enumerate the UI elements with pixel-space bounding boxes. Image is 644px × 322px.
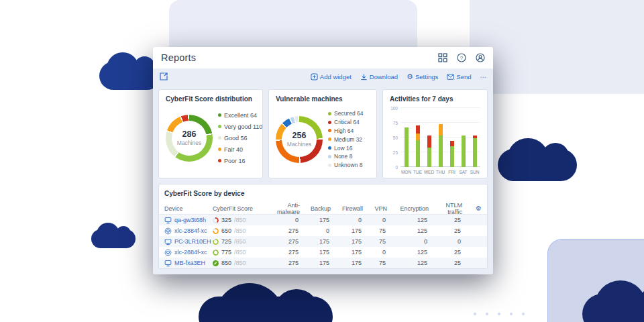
legend-label: None 8 <box>334 153 352 160</box>
y-tick-label: 75 <box>393 121 398 125</box>
device-link[interactable]: PC-3LR10EH <box>174 238 211 245</box>
settings-button[interactable]: ⚙ Settings <box>407 73 438 80</box>
stacked-bar[interactable] <box>462 108 466 167</box>
device-link[interactable]: xlc-2884f-xc <box>174 227 207 234</box>
panel-header: Reports ? <box>153 47 493 69</box>
stacked-bar[interactable] <box>439 108 443 167</box>
table-settings-icon[interactable]: ⚙ <box>476 205 482 212</box>
column-header[interactable]: VPN <box>370 205 394 212</box>
legend-item: Poor 16 <box>218 158 262 164</box>
metric-value: 75 <box>370 227 394 234</box>
donut-center-label: Machines <box>177 140 201 146</box>
metric-value: 125 <box>394 217 435 223</box>
add-widget-label: Add widget <box>320 73 352 80</box>
toolbar: Add widget Download ⚙ Settings Send ⋯ <box>153 69 493 84</box>
device-link[interactable]: MB-fxa3EH <box>174 260 205 266</box>
x-tick-label: MON <box>400 170 412 174</box>
widget-vulnerable-machines: Vulnerable machines 256 Machines Secured… <box>268 89 377 178</box>
score-value: 650 <box>221 227 231 234</box>
metric-value: 275 <box>269 238 307 245</box>
legend-item: Very good 110 <box>218 123 262 130</box>
cloud-shape <box>91 229 136 248</box>
column-header[interactable]: Backup <box>307 205 337 212</box>
legend-item: Critical 64 <box>328 119 363 125</box>
legend-item: None 8 <box>328 153 363 160</box>
legend-dot <box>328 146 331 150</box>
page-title: Reports <box>161 52 196 63</box>
score-max: /850 <box>234 217 246 223</box>
column-header[interactable]: Anti-malware <box>269 202 307 215</box>
bar-slot <box>446 108 458 167</box>
y-tick-label: 50 <box>393 136 398 140</box>
settings-label: Settings <box>415 73 438 80</box>
plus-square-icon <box>311 73 318 80</box>
score-max: /850 <box>234 249 246 256</box>
metric-value: 125 <box>394 249 435 256</box>
legend-dot <box>328 121 331 124</box>
legend-label: Good 56 <box>224 135 248 142</box>
legend-label: Unknown 8 <box>334 162 363 168</box>
metric-value: 0 <box>337 217 370 223</box>
legend-dot <box>218 136 221 140</box>
stacked-bar[interactable] <box>427 108 431 167</box>
score-value: 775 <box>221 249 231 256</box>
x-tick-label: TUE <box>412 170 423 174</box>
bar-slot <box>423 108 435 167</box>
bar-segment-red <box>416 125 420 133</box>
legend-dot <box>328 112 331 115</box>
legend-item: Excellent 64 <box>218 112 262 119</box>
cyberfit-distribution-donut[interactable]: 286 Machines <box>166 115 213 162</box>
gear-icon: ⚙ <box>407 73 413 80</box>
device-link[interactable]: qa-gw3t68h <box>174 217 206 223</box>
vulnerable-machines-donut[interactable]: 256 Machines <box>276 116 323 163</box>
legend-label: Critical 64 <box>334 119 360 125</box>
cloud-shape <box>582 294 644 322</box>
legend-label: Low 16 <box>334 145 352 152</box>
download-button[interactable]: Download <box>360 73 398 80</box>
x-tick-label: SAT <box>458 170 469 174</box>
bar-slot <box>400 108 412 167</box>
score-cell: 325/850 <box>213 217 269 223</box>
desktop-icon <box>164 217 172 224</box>
column-header[interactable]: NTLM traffic <box>435 202 469 215</box>
metric-value: 175 <box>337 249 370 256</box>
legend-item: Unknown 8 <box>328 162 363 168</box>
legend-label: Medium 32 <box>334 136 362 143</box>
stacked-bar[interactable] <box>416 108 420 167</box>
account-icon[interactable] <box>476 53 485 62</box>
add-widget-button[interactable]: Add widget <box>311 73 352 80</box>
score-ring-icon <box>213 217 219 223</box>
stacked-bar[interactable] <box>473 108 477 167</box>
x-axis-labels: MONTUEWEDTHUFRISATSUN <box>400 170 480 174</box>
column-header[interactable]: Device <box>164 205 213 212</box>
bar-slot <box>458 108 469 167</box>
more-button[interactable]: ⋯ <box>480 73 487 80</box>
stacked-bar[interactable] <box>405 108 409 167</box>
donut-legend: Excellent 64Very good 110Good 56Fair 40P… <box>218 109 262 166</box>
widget-title: CyberFit Score distribution <box>166 95 256 103</box>
metric-value: 175 <box>307 249 337 256</box>
activities-bar-chart[interactable]: 0255075100 MONTUEWEDTHUFRISATSUN <box>390 108 480 174</box>
help-icon[interactable]: ? <box>457 53 466 62</box>
svg-text:?: ? <box>460 55 464 61</box>
score-cell: ✓850/850 <box>213 260 269 266</box>
bar-segment-green <box>450 146 454 167</box>
column-header[interactable]: CyberFit Score <box>213 205 269 212</box>
score-value: 325 <box>221 217 231 223</box>
bg-dots <box>474 313 525 315</box>
score-cell: 650/850 <box>213 227 269 234</box>
send-button[interactable]: Send <box>447 73 471 80</box>
header-icons: ? <box>438 53 485 62</box>
apps-grid-icon[interactable] <box>438 53 447 62</box>
metric-value: 125 <box>394 227 435 234</box>
stacked-bar[interactable] <box>450 108 454 167</box>
metric-value: 175 <box>337 238 370 245</box>
device-link[interactable]: xlc-2884f-xc <box>174 249 207 256</box>
expand-icon[interactable] <box>160 72 168 80</box>
column-header[interactable]: Firewall <box>337 205 370 212</box>
metric-value: 0 <box>370 249 394 256</box>
bar-segment-red <box>450 141 454 146</box>
legend-label: Poor 16 <box>224 158 246 164</box>
metric-value: 0 <box>370 217 394 223</box>
column-header[interactable]: Encryption <box>394 205 435 212</box>
